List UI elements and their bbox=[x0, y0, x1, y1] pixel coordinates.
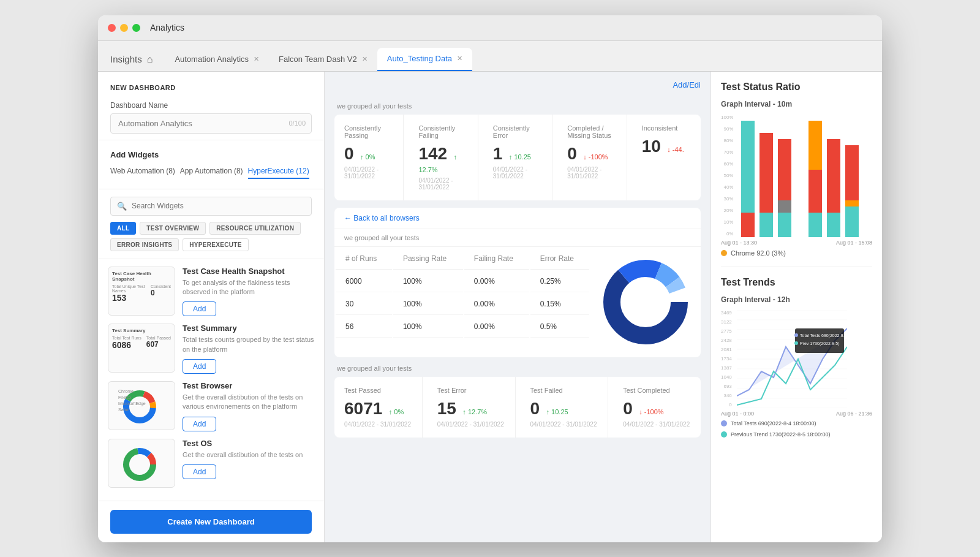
center-content: Add/Edi we grouped all your tests Consis… bbox=[325, 72, 710, 542]
metric-value-inconsistent: 10 ↓ -44. bbox=[642, 137, 691, 156]
metric-completed-missing: Completed / Missing Status 0 ↓ -100% 04/… bbox=[557, 115, 627, 200]
metric-test-error: Test Error 15 ↑ 12.7% 04/01/2022 - 31/01… bbox=[428, 377, 516, 438]
browser-donut-preview: Chrome Firefox MicrosoftEdge Safari bbox=[112, 385, 167, 425]
chip-error-insights[interactable]: ERROR INSIGHTS bbox=[110, 238, 179, 251]
preview-content-summary: Total Test Runs 6086 Total Passed 607 bbox=[112, 336, 171, 350]
tab-falcon-close[interactable]: ✕ bbox=[362, 55, 368, 63]
app-window: Analytics Insights ⌂ Automation Analytic… bbox=[98, 15, 882, 542]
cell-runs-1: 6000 bbox=[336, 271, 392, 292]
widget-info-health: Test Case Health Snapshot To get analysi… bbox=[183, 267, 314, 317]
search-widgets-input[interactable] bbox=[132, 202, 224, 210]
filter-chips: ALL TEST OVERVIEW RESOURCE UTILIZATION E… bbox=[110, 222, 312, 251]
create-dashboard-button[interactable]: Create New Dashboard bbox=[110, 510, 312, 534]
chip-test-overview[interactable]: TEST OVERVIEW bbox=[140, 222, 206, 235]
metric-label-error: Consistently Error bbox=[493, 124, 542, 139]
add-os-button[interactable]: Add bbox=[183, 464, 216, 479]
col-error: Error Rate bbox=[530, 248, 589, 270]
right-panel: Test Status Ratio Graph Interval - 10m 1… bbox=[710, 72, 882, 542]
metric-value-failing: 142 ↑ 12.7% bbox=[418, 144, 467, 175]
titlebar: Analytics bbox=[98, 15, 882, 41]
metric-label-test-failed: Test Failed bbox=[530, 387, 598, 394]
preview-stat-names: Total Unique Test Names 153 bbox=[112, 284, 146, 303]
metric-value-error: 1 ↑ 10.25 bbox=[493, 144, 542, 164]
tooltip-dot-blue bbox=[794, 333, 798, 337]
preview-title-summary: Test Summary bbox=[112, 328, 171, 333]
cell-error-1: 0.25% bbox=[530, 271, 589, 292]
add-browser-button[interactable]: Add bbox=[183, 417, 216, 431]
add-edit-link[interactable]: Add/Edi bbox=[673, 80, 701, 89]
dashboard-name-input[interactable] bbox=[110, 113, 312, 134]
status-ratio-interval: Graph Interval - 10m bbox=[721, 100, 872, 108]
back-to-browsers-link[interactable]: ← Back to all browsers bbox=[334, 208, 701, 229]
metric-test-completed: Test Completed 0 ↓ -100% 04/01/2022 - 31… bbox=[613, 377, 701, 438]
widget-card-health-snapshot: Test Case Health Snapshot Total Unique T… bbox=[108, 267, 314, 317]
add-widgets-section: Add Widgets Web Automation (8) App Autom… bbox=[98, 140, 324, 189]
bar-orange-6 bbox=[845, 200, 859, 207]
tab-falcon[interactable]: Falcon Team Dash V2 ✕ bbox=[269, 48, 377, 71]
dashboard-name-wrapper: 0/100 bbox=[110, 113, 312, 134]
maximize-button[interactable] bbox=[132, 24, 140, 32]
add-health-snapshot-button[interactable]: Add bbox=[183, 301, 216, 316]
svg-text:Safari: Safari bbox=[118, 407, 130, 412]
tab-automation-close[interactable]: ✕ bbox=[254, 55, 259, 63]
legend-dot-chrome bbox=[721, 250, 727, 256]
input-count: 0/100 bbox=[288, 119, 306, 127]
sidebar: NEW DASHBOARD Dashboard Name 0/100 Add W… bbox=[98, 72, 325, 542]
traffic-lights bbox=[108, 24, 140, 32]
svg-text:MicrosoftEdge: MicrosoftEdge bbox=[118, 401, 146, 406]
chip-resource[interactable]: RESOURCE UTILIZATION bbox=[209, 222, 301, 235]
widget-card-test-summary: Test Summary Total Test Runs 6086 Total … bbox=[108, 324, 314, 374]
col-failing: Failing Rate bbox=[464, 248, 529, 270]
widget-desc-health: To get analysis of the flakiness tests o… bbox=[183, 278, 314, 297]
tab-app-automation[interactable]: App Automation (8) bbox=[180, 167, 243, 179]
tooltip-dot-teal bbox=[794, 341, 798, 345]
trends-x-label-2: Aug 06 - 21:36 bbox=[836, 411, 872, 417]
browser-with-chart: # of Runs Passing Rate Failing Rate Erro… bbox=[334, 247, 701, 357]
legend-chrome: Chrome 92.0 (3%) bbox=[721, 249, 872, 257]
os-donut-preview bbox=[112, 443, 167, 483]
widget-info-browser: Test Browser Get the overall distibution… bbox=[183, 381, 314, 431]
widget-preview-health: Test Case Health Snapshot Total Unique T… bbox=[108, 267, 175, 316]
tab-automation-label: Automation Analytics bbox=[175, 55, 249, 64]
widget-list: Test Case Health Snapshot Total Unique T… bbox=[98, 259, 324, 501]
close-button[interactable] bbox=[108, 24, 116, 32]
metric-inconsistent: Inconsistent 10 ↓ -44. bbox=[632, 115, 701, 200]
tab-web-automation[interactable]: Web Automation (8) bbox=[110, 167, 175, 179]
bar-teal-7 bbox=[845, 213, 859, 237]
bar-teal-3 bbox=[778, 213, 791, 237]
chip-hyperexecute[interactable]: HYPEREXECUTE bbox=[183, 238, 248, 251]
metric-change-test-error: ↑ 12.7% bbox=[462, 408, 487, 415]
tab-hyperexecute[interactable]: HyperExecute (12) bbox=[248, 167, 309, 179]
status-ratio-svg bbox=[738, 115, 873, 237]
chip-all[interactable]: ALL bbox=[110, 222, 136, 235]
metric-change-completed: ↓ -100% bbox=[583, 153, 608, 161]
metric-change-passing: ↑ 0% bbox=[360, 153, 375, 161]
tab-auto-testing-close[interactable]: ✕ bbox=[457, 55, 462, 63]
preview-stat-consistent: Consistent 0 bbox=[151, 284, 171, 303]
widget-card-browser: Chrome Firefox MicrosoftEdge Safari Test… bbox=[108, 381, 314, 431]
browser-donut-wrap bbox=[590, 247, 701, 357]
grouped-label-top: we grouped all your tests bbox=[334, 102, 701, 110]
bar-red-2 bbox=[760, 133, 773, 213]
status-ratio-x-labels: Aug 01 - 13:30 Aug 01 - 15:08 bbox=[721, 240, 872, 246]
add-test-summary-button[interactable]: Add bbox=[183, 359, 216, 374]
minimize-button[interactable] bbox=[120, 24, 128, 32]
bar-red-1 bbox=[741, 213, 755, 237]
status-ratio-chart-area: 100% 90% 80% 70% 60% 50% 40% 30% 20% 10%… bbox=[721, 115, 872, 240]
preview-stat-val2: 0 bbox=[151, 289, 171, 297]
preview-stat-label2: Consistent bbox=[151, 284, 171, 289]
metric-value-test-failed: 0 ↑ 10.25 bbox=[530, 399, 598, 419]
widget-name-os: Test OS bbox=[183, 439, 314, 448]
widget-desc-summary: Total tests counts grouped by the test s… bbox=[183, 335, 314, 354]
legend-prev-trend: Previous Trend 1730(2022-8-5 18:00:00) bbox=[721, 431, 872, 438]
metric-date-test-completed: 04/01/2022 - 31/01/2022 bbox=[623, 421, 691, 428]
tab-insights[interactable]: Insights ⌂ bbox=[98, 48, 165, 71]
table-header-row: # of Runs Passing Rate Failing Rate Erro… bbox=[336, 248, 589, 270]
col-runs: # of Runs bbox=[336, 248, 392, 270]
metric-num-test-completed: 0 bbox=[623, 399, 633, 418]
tab-automation[interactable]: Automation Analytics ✕ bbox=[165, 48, 269, 71]
tab-auto-testing[interactable]: Auto_Testing Data ✕ bbox=[377, 48, 472, 71]
preview-title-health: Test Case Health Snapshot bbox=[112, 271, 171, 282]
browser-grouped-label: we grouped all your tests bbox=[334, 229, 701, 247]
home-icon[interactable]: ⌂ bbox=[147, 54, 153, 65]
